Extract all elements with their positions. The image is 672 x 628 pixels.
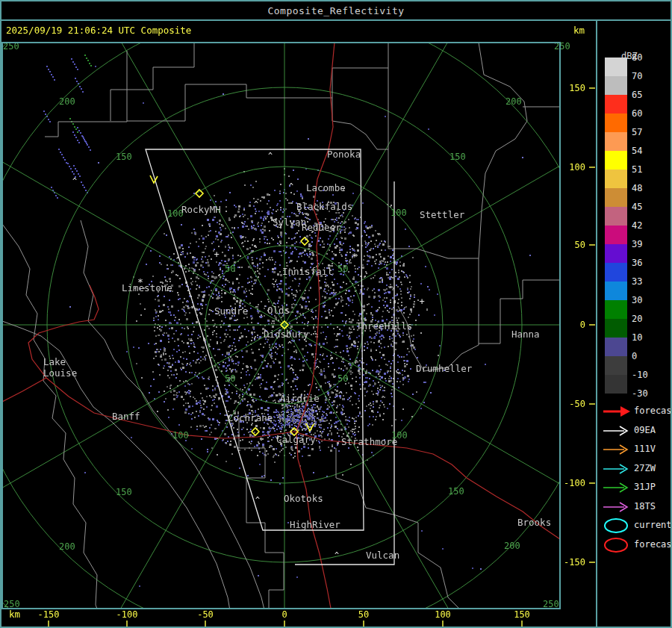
colorbar-tick-label: -30 (632, 389, 662, 398)
legend-label: current (634, 520, 672, 529)
legend-item-current: current (602, 517, 672, 535)
city-label: Sundre (214, 305, 248, 317)
county-boundary (81, 220, 269, 628)
azimuth-spoke (0, 123, 284, 325)
county-boundary (336, 448, 478, 628)
right-axis-tick-label: 0 (580, 320, 585, 330)
legend-label: 09EA (634, 426, 656, 435)
ring-distance-label: 200 (504, 541, 520, 551)
ring-distance-label: 50 (225, 373, 235, 384)
colorbar-tick-label: 57 (632, 128, 662, 137)
colorbar-tick-label: 65 (632, 90, 662, 99)
colorbar-tick-label: 48 (632, 184, 662, 193)
radar-site-diamond-icon (252, 428, 259, 435)
right-axis-tick-label: -100 (564, 478, 585, 488)
colorbar-panel: dBZ 807065605754514845423936333020100-10… (597, 21, 672, 628)
colorbar-tick-label: 54 (632, 146, 662, 155)
bottom-axis-tick-label: 150 (514, 609, 530, 620)
city-label: Brooks (517, 517, 551, 528)
legend-item-31JP: 31JP (602, 479, 672, 497)
city-label: RedDeer (302, 222, 341, 233)
ring-distance-label: 200 (59, 96, 75, 107)
county-boundary (332, 98, 388, 149)
colorbar-swatch (605, 76, 627, 95)
colorbar-swatch (605, 188, 627, 207)
ring-distance-label: 100 (172, 430, 189, 441)
city-label: Strathmore (341, 436, 397, 447)
city-label: Calgary (276, 434, 316, 445)
wind-v-marker-icon (306, 423, 314, 431)
ring-distance-label: 100 (391, 208, 407, 218)
ring-distance-label: 50 (337, 264, 348, 274)
bottom-axis-tick-label: -100 (116, 609, 138, 620)
legend-label: 18TS (634, 502, 656, 511)
right-axis-tick-label: 150 (569, 83, 585, 93)
county-boundary (388, 68, 479, 258)
city-label: Drumheller (416, 363, 473, 374)
city-label: Lacombe (306, 182, 346, 193)
plus-marker-icon: + (214, 249, 219, 260)
window-title: Composite_Reflectivity (267, 5, 404, 16)
legend-label: 111V (634, 444, 656, 453)
forecast-arrow-icon (602, 402, 632, 420)
colorbar-swatch (605, 95, 627, 114)
colorbar-swatch (605, 356, 627, 375)
right-axis-tick-label: 50 (575, 240, 585, 250)
ring-distance-label: 150 (116, 487, 132, 497)
right-axis-tick-label: 100 (569, 162, 585, 172)
legend-item-111V: 111V (602, 441, 672, 458)
county-boundary (479, 43, 527, 258)
legend-item-27ZW: 27ZW (602, 460, 672, 478)
map-clipped-layer (0, 0, 672, 628)
colorbar-tick-label: 0 (632, 352, 662, 361)
colorbar-swatch (605, 114, 627, 132)
colorbar-tick-label: 42 (632, 221, 662, 230)
ring-distance-label: 250 (4, 599, 20, 609)
colorbar-swatch (605, 300, 627, 319)
bottom-axis-unit-label: km (9, 609, 20, 620)
colorbar-swatch (605, 244, 627, 263)
range-ring (0, 0, 672, 628)
colorbar-tick-label: 60 (632, 109, 662, 118)
colorbar-swatch (605, 207, 627, 226)
city-label: Louise (43, 367, 77, 379)
city-label: Okotoks (284, 493, 323, 504)
city-label: Blackfalds (296, 201, 352, 212)
city-label: Cochrane (228, 412, 273, 423)
bottom-axis-tick-label: 0 (281, 609, 287, 620)
city-label: Ponoka (327, 149, 361, 160)
city-label: Limestone (122, 282, 172, 293)
legend-label: forecast (634, 540, 672, 549)
peak-caret-icon: ^ (72, 177, 77, 185)
city-label: RockyMH (181, 204, 221, 215)
azimuth-spoke (83, 325, 284, 628)
county-boundary (127, 43, 388, 121)
peak-caret-icon: ^ (254, 200, 258, 208)
azimuth-spoke (83, 0, 284, 325)
city-label: Hanna (511, 329, 540, 340)
colorbar-swatch (605, 319, 627, 338)
27ZW-arrow-icon (602, 460, 632, 478)
colorbar-tick-label: 36 (632, 258, 662, 267)
colorbar-tick-label: 39 (632, 240, 662, 249)
bottom-axis-tick-label: 50 (358, 609, 369, 620)
colorbar-swatch (605, 282, 627, 300)
radar-map[interactable]: 2502001501005050100150200250501001502002… (0, 0, 672, 628)
bottom-axis-tick-label: -50 (197, 609, 214, 620)
ring-distance-label: 150 (448, 486, 464, 497)
right-axis-unit-label: km (573, 25, 585, 36)
ring-distance-label: 150 (449, 152, 466, 162)
legend-item-forecast: forecast (602, 402, 672, 420)
city-label: Olds (267, 305, 290, 316)
peak-caret-icon: ^ (289, 367, 293, 375)
city-label: HighRiver (290, 519, 340, 530)
right-axis-tick-label: -50 (569, 399, 585, 409)
highway-line (2, 378, 46, 402)
18TS-arrow-icon (602, 498, 632, 516)
colorbar-swatch (605, 57, 627, 76)
right-axis-tick-label: -150 (564, 557, 585, 568)
city-label: Lake (43, 356, 66, 367)
peak-caret-icon: ^ (255, 496, 260, 504)
plus-marker-icon: + (419, 296, 424, 307)
city-label: Innisfail (282, 266, 333, 277)
